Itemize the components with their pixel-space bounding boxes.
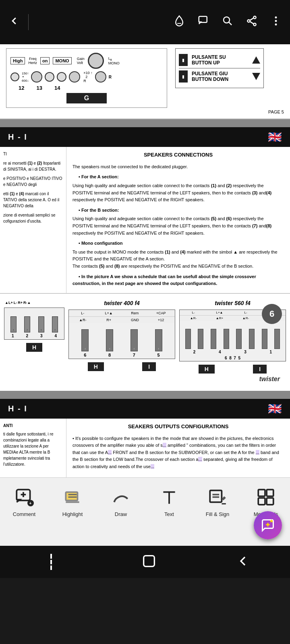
amp-left-connector-labels: ▲L+L-R+R-▲ [4, 300, 64, 305]
svg-rect-25 [258, 489, 265, 496]
gain-knob-3 [95, 71, 106, 83]
fill-sign-label: Fill & Sign [206, 511, 230, 517]
small-knob-2 [45, 72, 54, 82]
nav-home-icon[interactable] [141, 553, 157, 571]
section-header-2: H - I 🇬🇧 [0, 399, 290, 419]
text-icon[interactable] [158, 486, 180, 508]
button-panel: ▮ PULSANTE SU BUTTON UP ▮ PULSANTE GIU B… [175, 48, 264, 88]
draw-icon[interactable] [110, 486, 132, 508]
amp-left-diagram: ↑ ↑ ↑ ↑ 1234 [4, 308, 64, 340]
draw-label: Draw [115, 511, 127, 517]
section-2-text: • It's possible to configure the speaker… [72, 435, 284, 471]
small-knob-1 [10, 72, 19, 81]
svg-rect-17 [66, 492, 77, 500]
amp-label-h-560: H [199, 365, 215, 374]
top-toolbar [0, 0, 290, 44]
section-left-2: ANTI ti dalle figure sottostanti, i re c… [0, 419, 66, 478]
arrow-down-icon [252, 73, 260, 80]
toolbar-left [8, 14, 33, 30]
chat-icon[interactable] [197, 15, 209, 30]
small-knob-3 [57, 72, 66, 82]
highlight-tool[interactable]: Highlight [52, 486, 93, 517]
amp-section: ▲L+L-R+R-▲ ↑ ↑ ↑ ↑ 1234 H [0, 293, 290, 391]
label-g: G [66, 93, 107, 103]
amp-title-400: twister 400 f4 [68, 300, 175, 306]
mono-text: To use the output in MONO mode the conta… [72, 249, 284, 270]
section-title-1: H - I [8, 132, 27, 142]
more-tools-icon[interactable] [255, 486, 277, 508]
label-14: 14 [54, 85, 60, 91]
nav-back-icon[interactable] [235, 553, 251, 571]
svg-point-5 [247, 19, 250, 22]
svg-line-7 [250, 18, 253, 20]
section-right-2: SEAKERS OUTPUTS CONFIGURATIONS • It's po… [66, 419, 290, 478]
divider [28, 14, 29, 30]
svg-line-3 [229, 22, 232, 25]
back-button[interactable] [8, 15, 20, 30]
label-13: 13 [36, 85, 42, 91]
svg-point-6 [253, 23, 256, 25]
section-b-text: Using high quality and adeguate section … [72, 215, 284, 237]
more-options-icon[interactable] [270, 15, 282, 30]
content-area: High FreqHertz on MONO GainVolt LttMONO … [0, 44, 290, 477]
comment-plus-icon[interactable]: + [13, 486, 35, 508]
svg-point-10 [275, 20, 277, 22]
highlight-label: Highlight [62, 511, 83, 517]
section-content-1: TI re ai morsetti (1) e (2) ltoparlanti … [0, 147, 290, 293]
bottom-toolbar: + Comment Highlight Draw [0, 477, 290, 546]
amp-row: ▲L+L-R+R-▲ ↑ ↑ ↑ ↑ 1234 H [4, 300, 286, 374]
nav-menu-icon[interactable] [39, 554, 63, 570]
section-heading-1: SPEAKERS CONNECTIONS [72, 151, 284, 159]
amp-block-left: ▲L+L-R+R-▲ ↑ ↑ ↑ ↑ 1234 H [4, 300, 64, 352]
label-12: 12 [19, 85, 24, 91]
section-heading-2: SEAKERS OUTPUTS CONFIGURATIONS [72, 423, 284, 431]
section-a-text: Using high quality and adeguate section … [72, 182, 284, 204]
section-header-1: H - I 🇬🇧 [0, 127, 290, 147]
mono-label: • Mono configuration [72, 240, 284, 247]
search-icon[interactable] [222, 15, 234, 30]
section-hi-outputs: H - I 🇬🇧 ANTI ti dalle figure sottostant… [0, 399, 290, 478]
fill-sign-tool[interactable]: Fill & Sign [197, 486, 238, 517]
amp-connectors-560 [180, 321, 286, 349]
gray-separator [0, 119, 290, 127]
highlight-icon[interactable] [62, 486, 84, 508]
picture-label: • In the picture A we show a schedule th… [72, 273, 284, 287]
button-down-row: ▮ PULSANTE GIU BUTTON DOWN [179, 68, 260, 85]
amp-block-400: twister 400 f4 L- L+▲ Rem +CAP ▲R- R+ GN… [68, 300, 175, 371]
comment-tool[interactable]: + Comment [4, 486, 44, 517]
page-number: PAGE 5 [6, 108, 284, 114]
gain-knob-2 [69, 71, 80, 83]
share-icon[interactable] [246, 15, 258, 30]
page-badge: 6 [262, 304, 282, 324]
section-content-2: ANTI ti dalle figure sottostanti, i re c… [0, 419, 290, 478]
svg-point-2 [224, 17, 230, 23]
fill-sign-icon[interactable] [207, 486, 229, 508]
section-a-label: • For the A section: [72, 173, 284, 181]
on-label: on [40, 57, 50, 64]
comment-label: Comment [13, 511, 35, 517]
floating-action-button[interactable] [254, 511, 282, 539]
section-left-1: TI re ai morsetti (1) e (2) ltoparlanti … [0, 147, 66, 293]
svg-rect-27 [258, 498, 265, 505]
svg-line-8 [250, 21, 253, 24]
circuit-diagram: High FreqHertz on MONO GainVolt LttMONO … [6, 48, 167, 108]
section-intro: The speakers must be connected to the de… [72, 163, 284, 171]
water-drop-icon[interactable] [173, 15, 185, 30]
section-b-label: • For the B section: [72, 207, 284, 214]
svg-point-9 [275, 16, 277, 18]
svg-rect-29 [144, 556, 155, 567]
page-diagram: High FreqHertz on MONO GainVolt LttMONO … [0, 44, 290, 119]
amp-label-h-left: H [26, 343, 42, 352]
amp-diagram-400: L- L+▲ Rem +CAP ▲R- R+ GND +12 ↑ ↑ ↑ [68, 310, 175, 359]
freq-knob [31, 71, 42, 83]
gray-separator-2 [0, 391, 290, 399]
amp-connectors-400: ↑ ↑ ↑ ↑ [69, 323, 175, 351]
section-hi-connections: H - I 🇬🇧 TI re ai morsetti (1) e (2) lto… [0, 127, 290, 293]
amp-block-560: twister 560 f4 L- L+▲ L- L+▲ ▲R- ▲R+ ▲R-… [179, 300, 286, 374]
draw-tool[interactable]: Draw [101, 486, 141, 517]
text-tool[interactable]: Text [149, 486, 189, 517]
text-label: Text [164, 511, 174, 517]
uk-flag-icon-2: 🇬🇧 [268, 402, 282, 415]
svg-point-11 [275, 23, 277, 25]
amp-label-i-400: I [142, 362, 156, 371]
